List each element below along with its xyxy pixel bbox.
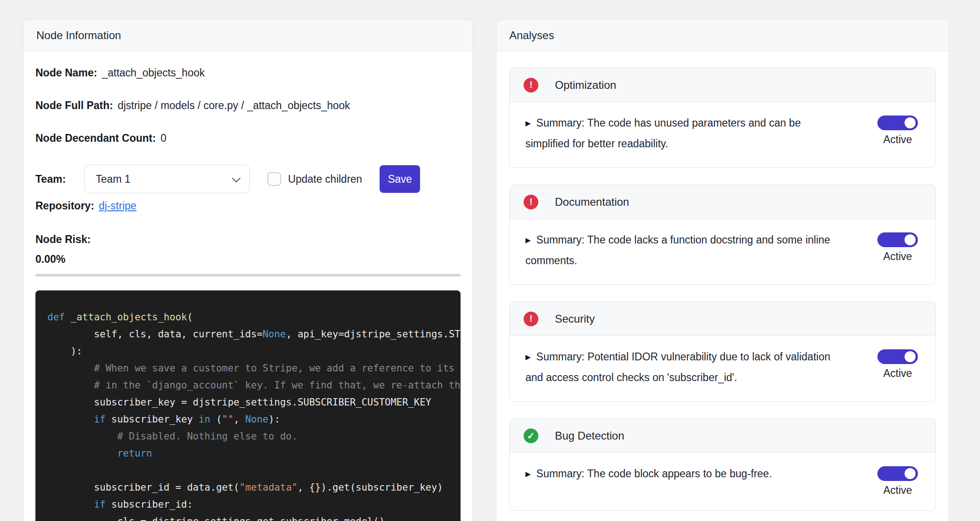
disclosure-triangle-icon[interactable]: ▶	[525, 464, 531, 484]
repository-link[interactable]: dj-stripe	[99, 200, 137, 212]
analysis-card-title: Documentation	[555, 196, 629, 208]
analysis-card-list: ! Optimization ▶Summary: The code has un…	[496, 51, 949, 521]
toggle-status-label: Active	[883, 133, 912, 146]
team-label: Team:	[35, 173, 66, 185]
toggle-status-label: Active	[883, 367, 912, 380]
node-name-value: _attach_objects_hook	[102, 67, 205, 79]
node-descendant-count-row: Node Decendant Count:0	[35, 132, 461, 145]
team-select-value: Team 1	[96, 173, 130, 185]
code-lines: def _attach_objects_hook( self, cls, dat…	[47, 309, 461, 521]
node-information-panel: Node Information Node Name:_attach_objec…	[23, 19, 473, 521]
exclamation-circle-icon: !	[524, 78, 538, 93]
node-name-label: Node Name:	[35, 67, 97, 79]
analysis-summary[interactable]: ▶Summary: The code has unused parameters…	[525, 113, 843, 154]
toggle-status-label: Active	[883, 250, 912, 263]
disclosure-triangle-icon[interactable]: ▶	[525, 230, 531, 250]
active-toggle[interactable]	[877, 466, 918, 481]
analysis-summary-text: Summary: The code block appears to be bu…	[536, 468, 772, 480]
analysis-summary-text: Summary: The code lacks a function docst…	[525, 234, 830, 266]
team-row: Team: Team 1 Update children Save	[35, 165, 461, 193]
analysis-card-title: Bug Detection	[555, 429, 624, 442]
toggle-status-label: Active	[883, 484, 912, 497]
chevron-down-icon	[232, 174, 240, 182]
node-information-title: Node Information	[36, 29, 121, 42]
update-children-label: Update children	[288, 173, 362, 185]
analysis-card-body: ▶Summary: The code block appears to be b…	[510, 453, 935, 510]
analysis-card-header: ! Optimization	[510, 68, 935, 102]
analysis-card-title: Security	[555, 313, 595, 325]
toggle-knob	[905, 468, 916, 479]
node-risk-label: Node Risk:	[35, 233, 91, 245]
analyses-panel: Analyses ! Optimization ▶Summary: The co…	[496, 19, 949, 521]
toggle-knob	[905, 234, 916, 245]
node-risk-label-row: Node Risk:	[35, 233, 461, 246]
node-descendant-count-label: Node Decendant Count:	[35, 132, 156, 144]
toggle-knob	[905, 117, 916, 128]
toggle-knob	[905, 351, 916, 362]
analyses-header: Analyses	[496, 20, 949, 51]
repository-row: Repository:dj-stripe	[35, 200, 461, 212]
analysis-card: ✓ Bug Detection ▶Summary: The code block…	[509, 418, 936, 511]
node-descendant-count-value: 0	[161, 132, 167, 144]
analyses-title: Analyses	[509, 29, 554, 42]
save-button[interactable]: Save	[380, 165, 420, 193]
team-select[interactable]: Team 1	[84, 165, 250, 193]
analysis-summary-text: Summary: The code has unused parameters …	[525, 117, 801, 150]
toggle-wrap: Active	[877, 349, 918, 380]
risk-progress-bar	[35, 274, 461, 277]
analysis-card: ! Optimization ▶Summary: The code has un…	[509, 68, 936, 168]
node-information-header: Node Information	[23, 20, 473, 51]
analysis-summary[interactable]: ▶Summary: Potential IDOR vulnerability d…	[525, 347, 843, 388]
analysis-card-header: ✓ Bug Detection	[510, 419, 935, 453]
analysis-summary[interactable]: ▶Summary: The code lacks a function docs…	[525, 230, 843, 271]
analysis-card-body: ▶Summary: The code has unused parameters…	[510, 102, 935, 168]
disclosure-triangle-icon[interactable]: ▶	[525, 113, 531, 133]
node-full-path-value: djstripe / models / core.py / _attach_ob…	[118, 99, 350, 111]
analysis-card-body: ▶Summary: Potential IDOR vulnerability d…	[510, 336, 935, 401]
toggle-wrap: Active	[877, 232, 918, 263]
active-toggle[interactable]	[877, 349, 918, 364]
analysis-card: ! Security ▶Summary: Potential IDOR vuln…	[509, 301, 936, 402]
node-full-path-row: Node Full Path:djstripe / models / core.…	[35, 99, 461, 112]
check-circle-icon: ✓	[524, 428, 538, 443]
exclamation-circle-icon: !	[524, 312, 538, 326]
repository-label: Repository:	[35, 200, 94, 212]
disclosure-triangle-icon[interactable]: ▶	[525, 347, 531, 367]
node-risk-value: 0.00%	[35, 253, 461, 266]
update-children-checkbox[interactable]	[267, 172, 281, 186]
node-information-body: Node Name:_attach_objects_hook Node Full…	[23, 51, 473, 521]
analysis-card: ! Documentation ▶Summary: The code lacks…	[509, 185, 936, 285]
analysis-card-body: ▶Summary: The code lacks a function docs…	[510, 219, 935, 284]
exclamation-circle-icon: !	[524, 195, 538, 209]
active-toggle[interactable]	[877, 116, 918, 130]
analysis-summary[interactable]: ▶Summary: The code block appears to be b…	[525, 464, 843, 485]
toggle-wrap: Active	[877, 466, 918, 497]
node-full-path-label: Node Full Path:	[35, 99, 113, 111]
code-block: def _attach_objects_hook( self, cls, dat…	[35, 290, 461, 521]
analysis-card-header: ! Documentation	[510, 185, 935, 219]
toggle-wrap: Active	[877, 116, 918, 146]
active-toggle[interactable]	[877, 232, 918, 247]
analysis-card-title: Optimization	[555, 79, 616, 92]
analysis-card-header: ! Security	[510, 302, 935, 336]
node-name-row: Node Name:_attach_objects_hook	[35, 67, 461, 79]
analysis-summary-text: Summary: Potential IDOR vulnerability du…	[525, 351, 830, 383]
